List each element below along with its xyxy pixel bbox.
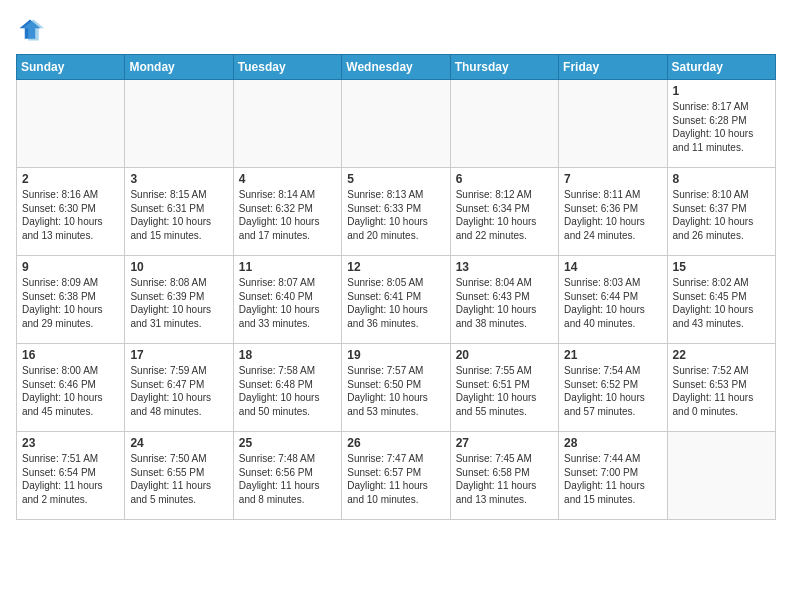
logo-icon [16, 16, 44, 44]
day-number: 24 [130, 436, 227, 450]
day-info: Sunrise: 8:04 AM Sunset: 6:43 PM Dayligh… [456, 276, 553, 330]
day-cell: 14Sunrise: 8:03 AM Sunset: 6:44 PM Dayli… [559, 256, 667, 344]
day-info: Sunrise: 8:00 AM Sunset: 6:46 PM Dayligh… [22, 364, 119, 418]
day-info: Sunrise: 7:45 AM Sunset: 6:58 PM Dayligh… [456, 452, 553, 506]
day-cell: 6Sunrise: 8:12 AM Sunset: 6:34 PM Daylig… [450, 168, 558, 256]
day-number: 11 [239, 260, 336, 274]
day-cell: 19Sunrise: 7:57 AM Sunset: 6:50 PM Dayli… [342, 344, 450, 432]
day-info: Sunrise: 8:03 AM Sunset: 6:44 PM Dayligh… [564, 276, 661, 330]
day-info: Sunrise: 8:13 AM Sunset: 6:33 PM Dayligh… [347, 188, 444, 242]
day-info: Sunrise: 8:11 AM Sunset: 6:36 PM Dayligh… [564, 188, 661, 242]
day-number: 21 [564, 348, 661, 362]
day-info: Sunrise: 7:44 AM Sunset: 7:00 PM Dayligh… [564, 452, 661, 506]
day-info: Sunrise: 7:58 AM Sunset: 6:48 PM Dayligh… [239, 364, 336, 418]
page-header [16, 16, 776, 44]
day-info: Sunrise: 8:15 AM Sunset: 6:31 PM Dayligh… [130, 188, 227, 242]
day-cell: 11Sunrise: 8:07 AM Sunset: 6:40 PM Dayli… [233, 256, 341, 344]
day-cell: 24Sunrise: 7:50 AM Sunset: 6:55 PM Dayli… [125, 432, 233, 520]
day-number: 3 [130, 172, 227, 186]
day-number: 28 [564, 436, 661, 450]
day-number: 2 [22, 172, 119, 186]
header-day-tuesday: Tuesday [233, 55, 341, 80]
day-number: 8 [673, 172, 770, 186]
calendar-header: SundayMondayTuesdayWednesdayThursdayFrid… [17, 55, 776, 80]
day-cell [342, 80, 450, 168]
day-number: 4 [239, 172, 336, 186]
day-number: 9 [22, 260, 119, 274]
day-info: Sunrise: 8:14 AM Sunset: 6:32 PM Dayligh… [239, 188, 336, 242]
day-number: 16 [22, 348, 119, 362]
day-cell: 27Sunrise: 7:45 AM Sunset: 6:58 PM Dayli… [450, 432, 558, 520]
calendar-table: SundayMondayTuesdayWednesdayThursdayFrid… [16, 54, 776, 520]
day-number: 23 [22, 436, 119, 450]
day-cell [450, 80, 558, 168]
day-info: Sunrise: 7:48 AM Sunset: 6:56 PM Dayligh… [239, 452, 336, 506]
day-cell: 1Sunrise: 8:17 AM Sunset: 6:28 PM Daylig… [667, 80, 775, 168]
day-cell: 18Sunrise: 7:58 AM Sunset: 6:48 PM Dayli… [233, 344, 341, 432]
day-cell: 3Sunrise: 8:15 AM Sunset: 6:31 PM Daylig… [125, 168, 233, 256]
day-cell: 4Sunrise: 8:14 AM Sunset: 6:32 PM Daylig… [233, 168, 341, 256]
day-number: 18 [239, 348, 336, 362]
day-cell [559, 80, 667, 168]
day-cell: 12Sunrise: 8:05 AM Sunset: 6:41 PM Dayli… [342, 256, 450, 344]
day-cell: 20Sunrise: 7:55 AM Sunset: 6:51 PM Dayli… [450, 344, 558, 432]
day-info: Sunrise: 7:59 AM Sunset: 6:47 PM Dayligh… [130, 364, 227, 418]
day-cell: 16Sunrise: 8:00 AM Sunset: 6:46 PM Dayli… [17, 344, 125, 432]
day-number: 25 [239, 436, 336, 450]
day-cell [125, 80, 233, 168]
day-cell: 8Sunrise: 8:10 AM Sunset: 6:37 PM Daylig… [667, 168, 775, 256]
day-cell: 10Sunrise: 8:08 AM Sunset: 6:39 PM Dayli… [125, 256, 233, 344]
day-number: 14 [564, 260, 661, 274]
day-cell: 26Sunrise: 7:47 AM Sunset: 6:57 PM Dayli… [342, 432, 450, 520]
day-number: 5 [347, 172, 444, 186]
day-cell: 23Sunrise: 7:51 AM Sunset: 6:54 PM Dayli… [17, 432, 125, 520]
day-cell: 17Sunrise: 7:59 AM Sunset: 6:47 PM Dayli… [125, 344, 233, 432]
day-cell: 15Sunrise: 8:02 AM Sunset: 6:45 PM Dayli… [667, 256, 775, 344]
day-info: Sunrise: 8:05 AM Sunset: 6:41 PM Dayligh… [347, 276, 444, 330]
day-cell: 9Sunrise: 8:09 AM Sunset: 6:38 PM Daylig… [17, 256, 125, 344]
day-number: 19 [347, 348, 444, 362]
week-row-3: 16Sunrise: 8:00 AM Sunset: 6:46 PM Dayli… [17, 344, 776, 432]
day-info: Sunrise: 7:52 AM Sunset: 6:53 PM Dayligh… [673, 364, 770, 418]
day-number: 12 [347, 260, 444, 274]
header-day-sunday: Sunday [17, 55, 125, 80]
day-info: Sunrise: 8:12 AM Sunset: 6:34 PM Dayligh… [456, 188, 553, 242]
day-cell [233, 80, 341, 168]
header-day-thursday: Thursday [450, 55, 558, 80]
day-number: 13 [456, 260, 553, 274]
day-info: Sunrise: 8:08 AM Sunset: 6:39 PM Dayligh… [130, 276, 227, 330]
week-row-1: 2Sunrise: 8:16 AM Sunset: 6:30 PM Daylig… [17, 168, 776, 256]
week-row-0: 1Sunrise: 8:17 AM Sunset: 6:28 PM Daylig… [17, 80, 776, 168]
day-info: Sunrise: 8:09 AM Sunset: 6:38 PM Dayligh… [22, 276, 119, 330]
header-day-friday: Friday [559, 55, 667, 80]
day-info: Sunrise: 8:02 AM Sunset: 6:45 PM Dayligh… [673, 276, 770, 330]
day-info: Sunrise: 8:16 AM Sunset: 6:30 PM Dayligh… [22, 188, 119, 242]
day-cell [17, 80, 125, 168]
day-info: Sunrise: 7:55 AM Sunset: 6:51 PM Dayligh… [456, 364, 553, 418]
day-cell [667, 432, 775, 520]
day-number: 15 [673, 260, 770, 274]
day-number: 26 [347, 436, 444, 450]
day-info: Sunrise: 7:51 AM Sunset: 6:54 PM Dayligh… [22, 452, 119, 506]
header-row: SundayMondayTuesdayWednesdayThursdayFrid… [17, 55, 776, 80]
day-cell: 28Sunrise: 7:44 AM Sunset: 7:00 PM Dayli… [559, 432, 667, 520]
calendar-body: 1Sunrise: 8:17 AM Sunset: 6:28 PM Daylig… [17, 80, 776, 520]
day-info: Sunrise: 7:47 AM Sunset: 6:57 PM Dayligh… [347, 452, 444, 506]
day-cell: 2Sunrise: 8:16 AM Sunset: 6:30 PM Daylig… [17, 168, 125, 256]
day-number: 17 [130, 348, 227, 362]
logo [16, 16, 48, 44]
day-number: 20 [456, 348, 553, 362]
day-number: 10 [130, 260, 227, 274]
header-day-monday: Monday [125, 55, 233, 80]
header-day-wednesday: Wednesday [342, 55, 450, 80]
week-row-4: 23Sunrise: 7:51 AM Sunset: 6:54 PM Dayli… [17, 432, 776, 520]
header-day-saturday: Saturday [667, 55, 775, 80]
day-number: 6 [456, 172, 553, 186]
day-number: 22 [673, 348, 770, 362]
day-info: Sunrise: 7:57 AM Sunset: 6:50 PM Dayligh… [347, 364, 444, 418]
day-info: Sunrise: 7:50 AM Sunset: 6:55 PM Dayligh… [130, 452, 227, 506]
day-number: 1 [673, 84, 770, 98]
day-info: Sunrise: 7:54 AM Sunset: 6:52 PM Dayligh… [564, 364, 661, 418]
day-cell: 25Sunrise: 7:48 AM Sunset: 6:56 PM Dayli… [233, 432, 341, 520]
week-row-2: 9Sunrise: 8:09 AM Sunset: 6:38 PM Daylig… [17, 256, 776, 344]
